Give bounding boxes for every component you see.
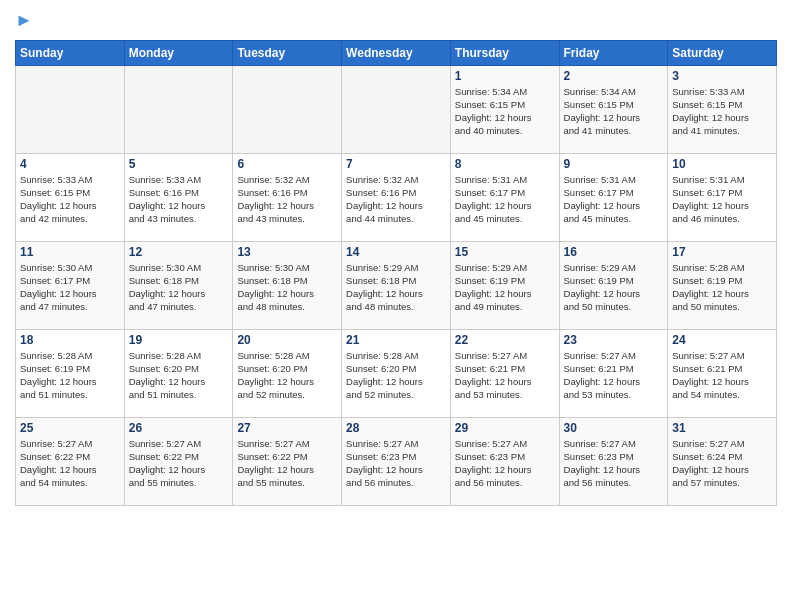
logo-text: ► [15,10,33,32]
day-info: Sunrise: 5:27 AM Sunset: 6:23 PM Dayligh… [564,437,664,490]
day-number: 8 [455,157,555,171]
day-info: Sunrise: 5:34 AM Sunset: 6:15 PM Dayligh… [564,85,664,138]
day-number: 13 [237,245,337,259]
calendar-page: ► SundayMondayTuesdayWednesdayThursdayFr… [0,0,792,612]
calendar-cell: 18Sunrise: 5:28 AM Sunset: 6:19 PM Dayli… [16,329,125,417]
day-number: 20 [237,333,337,347]
day-number: 2 [564,69,664,83]
day-info: Sunrise: 5:30 AM Sunset: 6:18 PM Dayligh… [237,261,337,314]
calendar-cell: 31Sunrise: 5:27 AM Sunset: 6:24 PM Dayli… [668,417,777,505]
day-number: 3 [672,69,772,83]
calendar-cell: 17Sunrise: 5:28 AM Sunset: 6:19 PM Dayli… [668,241,777,329]
day-info: Sunrise: 5:30 AM Sunset: 6:17 PM Dayligh… [20,261,120,314]
day-info: Sunrise: 5:33 AM Sunset: 6:15 PM Dayligh… [672,85,772,138]
day-number: 29 [455,421,555,435]
calendar-cell [342,65,451,153]
calendar-cell: 23Sunrise: 5:27 AM Sunset: 6:21 PM Dayli… [559,329,668,417]
calendar-cell: 28Sunrise: 5:27 AM Sunset: 6:23 PM Dayli… [342,417,451,505]
calendar-header-wednesday: Wednesday [342,40,451,65]
header: ► [15,10,777,32]
day-number: 6 [237,157,337,171]
calendar-cell: 7Sunrise: 5:32 AM Sunset: 6:16 PM Daylig… [342,153,451,241]
logo: ► [15,10,33,32]
calendar-header-friday: Friday [559,40,668,65]
calendar-header-tuesday: Tuesday [233,40,342,65]
calendar-header-row: SundayMondayTuesdayWednesdayThursdayFrid… [16,40,777,65]
calendar-cell: 4Sunrise: 5:33 AM Sunset: 6:15 PM Daylig… [16,153,125,241]
day-info: Sunrise: 5:27 AM Sunset: 6:22 PM Dayligh… [237,437,337,490]
day-number: 22 [455,333,555,347]
day-info: Sunrise: 5:28 AM Sunset: 6:20 PM Dayligh… [346,349,446,402]
day-number: 17 [672,245,772,259]
calendar-cell: 26Sunrise: 5:27 AM Sunset: 6:22 PM Dayli… [124,417,233,505]
day-info: Sunrise: 5:31 AM Sunset: 6:17 PM Dayligh… [564,173,664,226]
calendar-cell: 25Sunrise: 5:27 AM Sunset: 6:22 PM Dayli… [16,417,125,505]
day-number: 18 [20,333,120,347]
day-info: Sunrise: 5:28 AM Sunset: 6:20 PM Dayligh… [129,349,229,402]
day-info: Sunrise: 5:27 AM Sunset: 6:21 PM Dayligh… [672,349,772,402]
day-info: Sunrise: 5:32 AM Sunset: 6:16 PM Dayligh… [346,173,446,226]
day-number: 25 [20,421,120,435]
calendar-cell: 13Sunrise: 5:30 AM Sunset: 6:18 PM Dayli… [233,241,342,329]
day-info: Sunrise: 5:29 AM Sunset: 6:19 PM Dayligh… [564,261,664,314]
calendar-cell: 9Sunrise: 5:31 AM Sunset: 6:17 PM Daylig… [559,153,668,241]
day-number: 7 [346,157,446,171]
day-number: 23 [564,333,664,347]
day-info: Sunrise: 5:27 AM Sunset: 6:24 PM Dayligh… [672,437,772,490]
calendar-week-row: 1Sunrise: 5:34 AM Sunset: 6:15 PM Daylig… [16,65,777,153]
day-number: 5 [129,157,229,171]
calendar-cell: 21Sunrise: 5:28 AM Sunset: 6:20 PM Dayli… [342,329,451,417]
day-number: 26 [129,421,229,435]
day-number: 11 [20,245,120,259]
day-info: Sunrise: 5:27 AM Sunset: 6:23 PM Dayligh… [455,437,555,490]
day-number: 14 [346,245,446,259]
calendar-cell: 22Sunrise: 5:27 AM Sunset: 6:21 PM Dayli… [450,329,559,417]
day-number: 12 [129,245,229,259]
day-number: 28 [346,421,446,435]
calendar-cell: 6Sunrise: 5:32 AM Sunset: 6:16 PM Daylig… [233,153,342,241]
day-number: 16 [564,245,664,259]
calendar-cell: 11Sunrise: 5:30 AM Sunset: 6:17 PM Dayli… [16,241,125,329]
day-number: 24 [672,333,772,347]
calendar-cell: 27Sunrise: 5:27 AM Sunset: 6:22 PM Dayli… [233,417,342,505]
day-info: Sunrise: 5:27 AM Sunset: 6:22 PM Dayligh… [20,437,120,490]
day-number: 31 [672,421,772,435]
calendar-cell: 20Sunrise: 5:28 AM Sunset: 6:20 PM Dayli… [233,329,342,417]
day-number: 1 [455,69,555,83]
calendar-cell [124,65,233,153]
day-info: Sunrise: 5:34 AM Sunset: 6:15 PM Dayligh… [455,85,555,138]
day-number: 27 [237,421,337,435]
day-info: Sunrise: 5:29 AM Sunset: 6:19 PM Dayligh… [455,261,555,314]
calendar-cell [233,65,342,153]
day-info: Sunrise: 5:27 AM Sunset: 6:21 PM Dayligh… [564,349,664,402]
calendar-table: SundayMondayTuesdayWednesdayThursdayFrid… [15,40,777,506]
day-info: Sunrise: 5:28 AM Sunset: 6:19 PM Dayligh… [672,261,772,314]
calendar-header-thursday: Thursday [450,40,559,65]
calendar-header-monday: Monday [124,40,233,65]
day-info: Sunrise: 5:27 AM Sunset: 6:23 PM Dayligh… [346,437,446,490]
calendar-cell: 29Sunrise: 5:27 AM Sunset: 6:23 PM Dayli… [450,417,559,505]
calendar-header-sunday: Sunday [16,40,125,65]
day-number: 30 [564,421,664,435]
calendar-cell: 8Sunrise: 5:31 AM Sunset: 6:17 PM Daylig… [450,153,559,241]
calendar-header-saturday: Saturday [668,40,777,65]
day-info: Sunrise: 5:33 AM Sunset: 6:15 PM Dayligh… [20,173,120,226]
day-info: Sunrise: 5:28 AM Sunset: 6:19 PM Dayligh… [20,349,120,402]
calendar-week-row: 18Sunrise: 5:28 AM Sunset: 6:19 PM Dayli… [16,329,777,417]
day-number: 9 [564,157,664,171]
calendar-cell: 10Sunrise: 5:31 AM Sunset: 6:17 PM Dayli… [668,153,777,241]
calendar-cell: 30Sunrise: 5:27 AM Sunset: 6:23 PM Dayli… [559,417,668,505]
day-info: Sunrise: 5:30 AM Sunset: 6:18 PM Dayligh… [129,261,229,314]
calendar-cell: 14Sunrise: 5:29 AM Sunset: 6:18 PM Dayli… [342,241,451,329]
day-info: Sunrise: 5:29 AM Sunset: 6:18 PM Dayligh… [346,261,446,314]
calendar-cell: 2Sunrise: 5:34 AM Sunset: 6:15 PM Daylig… [559,65,668,153]
day-number: 21 [346,333,446,347]
day-info: Sunrise: 5:33 AM Sunset: 6:16 PM Dayligh… [129,173,229,226]
calendar-week-row: 11Sunrise: 5:30 AM Sunset: 6:17 PM Dayli… [16,241,777,329]
calendar-cell: 5Sunrise: 5:33 AM Sunset: 6:16 PM Daylig… [124,153,233,241]
calendar-cell: 12Sunrise: 5:30 AM Sunset: 6:18 PM Dayli… [124,241,233,329]
calendar-week-row: 25Sunrise: 5:27 AM Sunset: 6:22 PM Dayli… [16,417,777,505]
day-info: Sunrise: 5:27 AM Sunset: 6:22 PM Dayligh… [129,437,229,490]
day-info: Sunrise: 5:32 AM Sunset: 6:16 PM Dayligh… [237,173,337,226]
day-number: 10 [672,157,772,171]
